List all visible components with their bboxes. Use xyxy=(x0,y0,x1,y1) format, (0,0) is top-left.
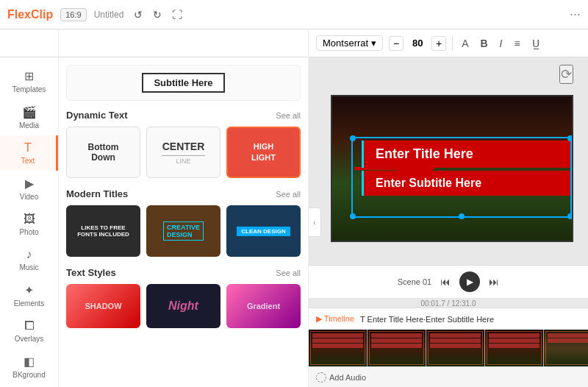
modern-item-creative[interactable]: CREATIVEDESIGN xyxy=(146,205,220,257)
font-size-value: 80 xyxy=(406,38,429,49)
photo-icon: 🖼 xyxy=(24,213,35,226)
app-logo: FlexClip xyxy=(7,8,53,21)
styles-section-title: Text Styles xyxy=(66,267,116,278)
style-item-shadow[interactable]: SHADOW xyxy=(66,284,140,328)
dynamic-text-grid: BottomDown CENTER LINE HIGHLIGHT xyxy=(66,127,301,178)
bottom-bar: Add Audio xyxy=(309,366,588,387)
redo-button[interactable]: ↻ xyxy=(150,7,165,22)
sidebar-item-label: BKground xyxy=(12,371,45,379)
font-toolbar: Montserrat ▾ − 80 + A B I ≡ U̲ xyxy=(309,29,588,57)
prev-scene-button[interactable]: ⏮ xyxy=(440,276,451,288)
sidebar-item-photo[interactable]: 🖼 Photo xyxy=(0,207,58,242)
font-color-button[interactable]: A xyxy=(459,36,471,51)
elements-icon: ✦ xyxy=(24,283,34,297)
dynamic-item-highlight[interactable]: HIGHLIGHT xyxy=(226,127,301,178)
templates-icon: ⊞ xyxy=(24,69,34,83)
film-cell-5[interactable] xyxy=(544,330,588,366)
more-options-button[interactable]: ··· xyxy=(570,7,581,22)
add-audio-button[interactable]: Add Audio xyxy=(316,372,366,383)
document-title[interactable]: Untitled xyxy=(94,10,124,20)
styles-see-all[interactable]: See all xyxy=(276,269,301,277)
title-text-box[interactable]: Enter Title Here xyxy=(362,141,572,168)
sidebar-item-label: Music xyxy=(19,263,38,271)
film-cell-3[interactable] xyxy=(426,330,485,366)
text-preview-card: Subtitle Here xyxy=(66,65,301,101)
top-bar: FlexClip 16:9 Untitled ↺ ↻ ⛶ ··· xyxy=(0,0,588,29)
style-item-gradient[interactable]: Gradient xyxy=(226,284,301,328)
add-audio-label: Add Audio xyxy=(329,373,366,382)
time-label: 00:01.7 / 12:31.0 xyxy=(309,299,588,308)
video-canvas: Enter Title Here Enter Subtitle Here ⟳ xyxy=(309,57,588,265)
video-icon: ▶ xyxy=(25,177,34,191)
sidebar-item-media[interactable]: 🎬 Media xyxy=(0,99,58,135)
fullscreen-button[interactable]: ⛶ xyxy=(169,7,185,22)
align-button[interactable]: ≡ xyxy=(512,36,523,51)
text-styles-grid: SHADOW Night Gradient xyxy=(66,284,301,328)
italic-button[interactable]: I xyxy=(497,36,506,51)
sidebar-item-label: Media xyxy=(19,121,39,129)
highlight-label: HIGHLIGHT xyxy=(251,141,276,164)
dynamic-item-bottom-down[interactable]: BottomDown xyxy=(66,127,140,178)
timeline-text-content: T Enter Title Here·Enter Subtitle Here xyxy=(360,315,494,324)
refresh-button[interactable]: ⟳ xyxy=(559,65,573,84)
underline-button[interactable]: U̲ xyxy=(529,36,542,51)
sidebar-item-label: Text xyxy=(21,157,35,165)
subtitle-text-box[interactable]: Enter Subtitle Here xyxy=(362,171,572,196)
sidebar-item-background[interactable]: ◧ BKground xyxy=(0,349,58,385)
sidebar-item-label: Photo xyxy=(19,228,38,236)
timeline-label[interactable]: ▶ Timeline xyxy=(316,314,354,324)
sidebar-item-label: Video xyxy=(20,193,38,201)
canvas-controls: Scene 01 ⏮ ▶ ⏭ xyxy=(309,265,588,298)
film-cell-2[interactable] xyxy=(368,330,426,366)
background-icon: ◧ xyxy=(24,355,35,369)
sidebar-item-overlays[interactable]: ⧠ Overlays xyxy=(0,313,58,349)
play-button[interactable]: ▶ xyxy=(459,271,480,292)
clean-label: CLEAN DESIGN xyxy=(237,227,290,236)
film-cell-1[interactable] xyxy=(309,330,368,366)
text-panel: Subtitle Here Dynamic Text See all Botto… xyxy=(59,57,309,387)
increase-size-button[interactable]: + xyxy=(431,36,446,51)
scene-label: Scene 01 xyxy=(398,277,431,286)
text-overlay: Enter Title Here Enter Subtitle Here xyxy=(362,141,572,196)
music-icon: ♪ xyxy=(26,248,32,261)
shadow-label: SHADOW xyxy=(85,302,121,310)
panel-collapse-button[interactable]: ‹ xyxy=(309,207,321,237)
sidebar-item-label: Templates xyxy=(12,85,46,93)
sidebar-item-music[interactable]: ♪ Music xyxy=(0,242,58,277)
modern-item-clean[interactable]: CLEAN DESIGN xyxy=(226,205,301,257)
sidebar-item-templates[interactable]: ⊞ Templates xyxy=(0,63,58,99)
sidebar-item-label: Overlays xyxy=(15,335,43,343)
bottom-down-label: BottomDown xyxy=(88,142,119,163)
dynamic-item-center[interactable]: CENTER LINE xyxy=(146,127,220,178)
ratio-badge[interactable]: 16:9 xyxy=(60,8,86,21)
chevron-down-icon: ▾ xyxy=(371,38,376,49)
dynamic-see-all[interactable]: See all xyxy=(276,111,301,120)
sidebar: ⊞ Templates 🎬 Media T Text ▶ Video 🖼 Pho… xyxy=(0,57,59,387)
center-sub-label: LINE xyxy=(176,157,190,165)
center-label: CENTER xyxy=(162,141,205,152)
dynamic-section-title: Dynamic Text xyxy=(66,110,128,121)
decrease-size-button[interactable]: − xyxy=(389,36,404,51)
modern-item-likes[interactable]: LIKES TO FREEFONTS INCLUDED xyxy=(66,205,140,257)
undo-button[interactable]: ↺ xyxy=(131,7,146,22)
canvas-area: ‹ Enter Title Here Enter Subtitle Here xyxy=(309,57,588,387)
modern-see-all[interactable]: See all xyxy=(276,190,301,199)
font-select[interactable]: Montserrat ▾ xyxy=(316,35,383,51)
modern-titles-grid: LIKES TO FREEFONTS INCLUDED CREATIVEDESI… xyxy=(66,205,301,257)
next-scene-button[interactable]: ⏭ xyxy=(489,276,499,288)
text-icon: T xyxy=(24,141,32,155)
style-item-dark[interactable]: Night xyxy=(146,284,220,328)
video-frame: Enter Title Here Enter Subtitle Here xyxy=(331,95,573,242)
center-line-divider xyxy=(162,155,205,156)
media-icon: 🎬 xyxy=(22,105,37,119)
modern-section-title: Modern Titles xyxy=(66,188,128,199)
film-cell-4[interactable] xyxy=(485,330,544,366)
sidebar-item-text[interactable]: T Text xyxy=(0,135,58,171)
dark-label: Night xyxy=(168,299,198,313)
sidebar-item-elements[interactable]: ✦ Elements xyxy=(0,277,58,313)
subtitle-preview: Subtitle Here xyxy=(142,73,224,93)
likes-label: LIKES TO FREEFONTS INCLUDED xyxy=(77,224,129,238)
bold-button[interactable]: B xyxy=(477,36,490,51)
sidebar-item-video[interactable]: ▶ Video xyxy=(0,171,58,207)
timeline-bar: ▶ Timeline T Enter Title Here·Enter Subt… xyxy=(309,308,588,330)
